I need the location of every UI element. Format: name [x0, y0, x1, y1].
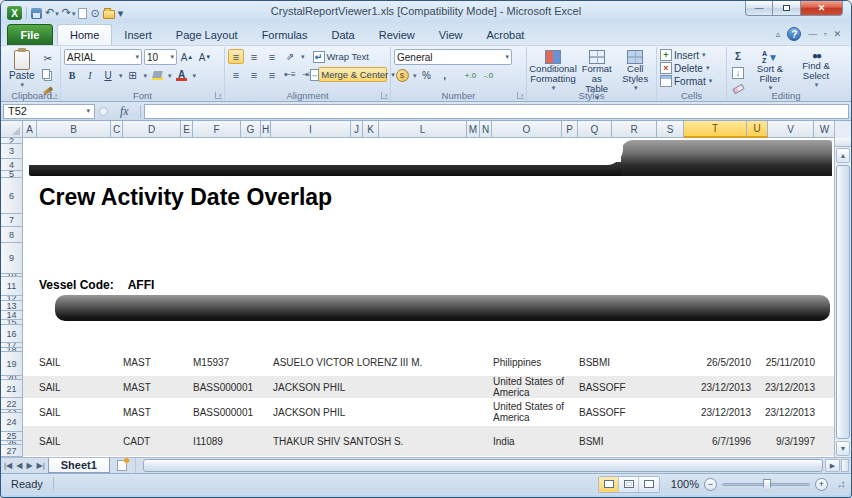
font-size-select[interactable]: 10▾	[144, 49, 177, 65]
column-header-S[interactable]: S	[657, 121, 684, 138]
report-cell-activity[interactable]: SAIL	[39, 398, 119, 426]
report-cell-crew_code[interactable]: I11089	[193, 426, 271, 456]
column-header-L[interactable]: L	[379, 121, 467, 138]
row-header-7[interactable]: 7	[1, 214, 23, 227]
row-header-8[interactable]: 8	[1, 227, 23, 243]
formula-input[interactable]	[144, 104, 849, 119]
report-cell-activity_code[interactable]: BASSOFF	[579, 376, 655, 398]
fill-color-icon[interactable]	[149, 68, 165, 83]
column-header-E[interactable]: E	[181, 121, 193, 138]
page-layout-view-button[interactable]	[619, 477, 639, 492]
tab-view[interactable]: View	[427, 24, 475, 45]
sort-filter-button[interactable]: AZ ▼ Sort & Filter▾	[748, 49, 792, 93]
font-name-select[interactable]: ARIAL▾	[64, 49, 142, 65]
report-row[interactable]: SAILMASTM15937ASUELO VICTOR LORENZ III M…	[23, 348, 834, 376]
select-all-corner[interactable]	[1, 121, 23, 138]
column-header-F[interactable]: F	[193, 121, 241, 138]
report-row[interactable]: SAILMASTBASS000001JACKSON PHILUnited Sta…	[23, 398, 834, 426]
cut-icon[interactable]: ✂	[40, 51, 56, 66]
tab-insert[interactable]: Insert	[112, 24, 164, 45]
merge-center-button[interactable]: ↔ Merge & Center ▾	[318, 67, 387, 82]
name-box[interactable]: T52▾	[3, 104, 95, 119]
sheet-tab-sheet1[interactable]: Sheet1	[48, 458, 110, 473]
page-break-view-button[interactable]	[639, 477, 659, 492]
open-icon[interactable]	[103, 10, 115, 19]
column-header-H[interactable]: H	[261, 121, 271, 138]
report-cell-country[interactable]: India	[493, 426, 577, 456]
column-header-B[interactable]: B	[37, 121, 111, 138]
new-document-icon[interactable]	[78, 8, 87, 19]
column-header-C[interactable]: C	[111, 121, 123, 138]
report-cell-crew_code[interactable]: BASS000001	[193, 398, 271, 426]
bottom-align-icon[interactable]: ≡	[264, 49, 280, 64]
report-cell-country[interactable]: United States of America	[493, 376, 577, 398]
report-cell-date_to[interactable]: 25/11/2010	[739, 348, 815, 376]
fill-icon[interactable]: ↓	[730, 65, 746, 80]
split-handle[interactable]	[835, 138, 851, 147]
column-header-G[interactable]: G	[241, 121, 261, 138]
row-header-14[interactable]: 14	[1, 311, 23, 320]
tab-data[interactable]: Data	[319, 24, 366, 45]
column-header-O[interactable]: O	[492, 121, 562, 138]
prev-sheet-icon[interactable]: ◀	[16, 461, 22, 470]
comma-style-icon[interactable]: ,	[437, 68, 453, 83]
column-header-A[interactable]: A	[23, 121, 37, 138]
report-cell-name[interactable]: JACKSON PHIL	[273, 376, 488, 398]
report-row[interactable]: SAILCADTI11089THAKUR SHIV SANTOSH S.Indi…	[23, 426, 834, 456]
increase-decimal-icon[interactable]: +.0	[463, 68, 479, 83]
first-sheet-icon[interactable]: |◀	[4, 461, 12, 470]
column-header-K[interactable]: K	[363, 121, 379, 138]
align-left-icon[interactable]: ≡	[228, 67, 244, 82]
save-icon[interactable]	[31, 8, 42, 19]
minimize-button[interactable]: —	[745, 1, 773, 16]
help-icon[interactable]: ?	[787, 27, 801, 41]
excel-logo-icon[interactable]: X	[7, 6, 22, 20]
report-cell-name[interactable]: THAKUR SHIV SANTOSH S.	[273, 426, 488, 456]
report-row[interactable]: SAILMASTBASS000001JACKSON PHILUnited Sta…	[23, 376, 834, 398]
zoom-slider[interactable]	[722, 483, 810, 486]
next-sheet-icon[interactable]: ▶	[26, 461, 32, 470]
scroll-right-icon[interactable]: ▶	[825, 459, 840, 472]
decrease-decimal-icon[interactable]: -.0	[481, 68, 497, 83]
column-header-J[interactable]: J	[351, 121, 363, 138]
horizontal-scrollbar[interactable]: ▶	[142, 458, 851, 473]
row-header-13[interactable]: 13	[1, 301, 23, 311]
report-cell-country[interactable]: United States of America	[493, 398, 577, 426]
grow-font-icon[interactable]: A▲	[179, 50, 195, 65]
tab-review[interactable]: Review	[367, 24, 427, 45]
redo-icon[interactable]: ↷▾	[62, 6, 76, 20]
report-cell-rank[interactable]: MAST	[123, 398, 188, 426]
decrease-indent-icon[interactable]: ⇤≡	[282, 67, 298, 82]
insert-worksheet-button[interactable]	[110, 458, 136, 473]
print-preview-icon[interactable]: ⊙	[90, 7, 99, 19]
cell-styles-button[interactable]: Cell Styles▾	[617, 49, 653, 93]
row-header-3[interactable]: 3	[1, 144, 23, 159]
tab-acrobat[interactable]: Acrobat	[474, 24, 536, 45]
copy-icon[interactable]	[40, 67, 56, 82]
restore-button[interactable]	[773, 1, 800, 16]
minimize-ribbon-icon[interactable]: ▵	[776, 29, 781, 39]
tab-split-handle[interactable]	[841, 459, 849, 472]
row-header-4[interactable]: 4	[1, 159, 23, 171]
column-header-I[interactable]: I	[271, 121, 351, 138]
report-cell-country[interactable]: Philippines	[493, 348, 577, 376]
report-cell-rank[interactable]: MAST	[123, 348, 188, 376]
report-cell-date_to[interactable]: 23/12/2013	[739, 398, 815, 426]
column-header-N[interactable]: N	[480, 121, 492, 138]
wrap-text-button[interactable]: ↵ Wrap Text	[313, 49, 369, 64]
find-select-button[interactable]: ●● Find & Select▾	[794, 49, 838, 90]
row-header-11[interactable]: 11	[1, 277, 23, 296]
report-cell-activity_code[interactable]: BSBMI	[579, 348, 655, 376]
customize-qat-icon[interactable]: ▾	[118, 7, 124, 19]
orientation-icon[interactable]: ⇗	[282, 49, 298, 64]
tab-home[interactable]: Home	[57, 24, 112, 45]
row-header-24[interactable]: 24	[1, 413, 23, 432]
format-cells-button[interactable]: Format▾	[660, 75, 723, 87]
column-header-V[interactable]: V	[768, 121, 814, 138]
column-header-U[interactable]: U	[747, 121, 768, 138]
row-header-6[interactable]: 6	[1, 178, 23, 214]
middle-align-icon[interactable]: ≡	[246, 49, 262, 64]
tab-page-layout[interactable]: Page Layout	[164, 24, 250, 45]
tab-formulas[interactable]: Formulas	[250, 24, 320, 45]
report-cell-activity_code[interactable]: BASSOFF	[579, 398, 655, 426]
